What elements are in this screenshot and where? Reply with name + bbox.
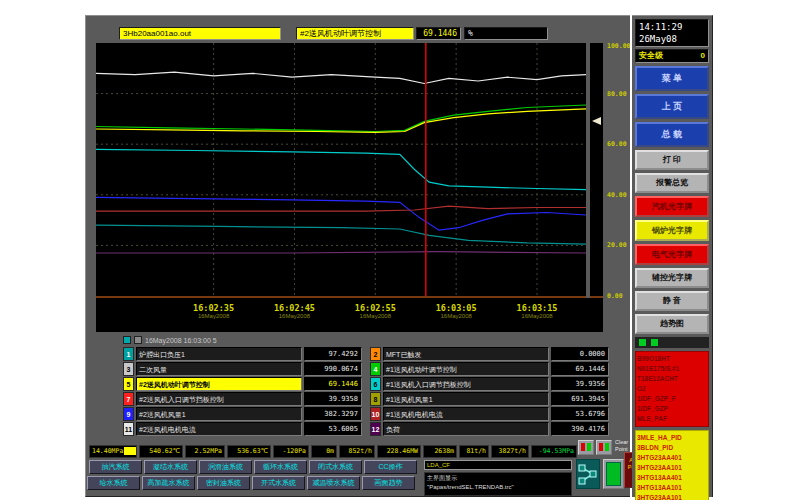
legend-pen-number: 8 bbox=[370, 392, 381, 406]
x-axis-tick: 16:03:0516May2008 bbox=[436, 303, 477, 319]
alarm-tag[interactable]: T18E12ACHT bbox=[637, 374, 707, 384]
alarm-tag[interactable]: 3MLE_HA_PID bbox=[637, 433, 707, 443]
legend-point-label: #2送风机入口调节挡板控制 bbox=[136, 392, 302, 406]
alarm-tag[interactable]: N01E175/S.#1 bbox=[637, 364, 707, 374]
x-tick-date: 16May2008 bbox=[193, 313, 234, 319]
legend-row[interactable]: 11#2送风机电机电流53.6005 bbox=[123, 422, 362, 436]
sidebar-button-3[interactable]: 总 貌 bbox=[635, 122, 709, 147]
trend-line-2 bbox=[96, 105, 586, 132]
message-line-1: 主界面显示 bbox=[427, 474, 569, 483]
legend-point-value: 69.1446 bbox=[304, 377, 362, 391]
sidebar-button-4[interactable]: 打 印 bbox=[635, 150, 709, 170]
status-value-field: 852t/h bbox=[339, 445, 375, 458]
mini-tool-icon-2[interactable] bbox=[651, 339, 658, 346]
legend-row[interactable]: 2MFT已触发0.0000 bbox=[370, 347, 609, 361]
legend-row[interactable]: 7#2送风机入口调节挡板控制39.9358 bbox=[123, 392, 362, 406]
legend-row[interactable]: 10#1送风机电机电流53.6796 bbox=[370, 407, 609, 421]
sidebar-button-11[interactable]: 趋势图 bbox=[635, 314, 709, 334]
nav-button-r1-3[interactable]: 润滑油系统 bbox=[199, 460, 252, 474]
security-label: 安全级 bbox=[639, 50, 663, 62]
alarm-tag[interactable]: 1IDF_GZP_F bbox=[637, 394, 707, 404]
nav-button-r1-6[interactable]: CC操作 bbox=[364, 460, 417, 474]
legend-row[interactable]: 5#2送风机动叶调节控制69.1446 bbox=[123, 377, 362, 391]
sidebar-button-10[interactable]: 静 音 bbox=[635, 291, 709, 311]
display-icon[interactable] bbox=[603, 459, 624, 489]
legend-point-value: 97.4292 bbox=[304, 347, 362, 361]
alarm-tag[interactable]: 3BLDN_PID bbox=[637, 443, 707, 453]
nav-button-r2-3[interactable]: 密封油系统 bbox=[197, 476, 250, 490]
y-axis-label: 0.00 bbox=[607, 292, 623, 300]
alarm-tag[interactable]: 3HTG13AA101 bbox=[637, 483, 707, 493]
point-description-field[interactable]: #2送风机动叶调节控制 bbox=[296, 27, 414, 40]
y-axis-label: 20.00 bbox=[607, 241, 627, 249]
legend-pen-number: 3 bbox=[123, 362, 134, 376]
trend-chart[interactable] bbox=[96, 43, 586, 298]
nav-button-r2-2[interactable]: 高加疏水系统 bbox=[142, 476, 195, 490]
x-axis-tick: 16:02:3516May2008 bbox=[193, 303, 234, 319]
alarm-tag[interactable]: 3HTG23AA101 bbox=[637, 493, 707, 500]
legend-row[interactable]: 6#1送风机入口调节挡板控制39.9356 bbox=[370, 377, 609, 391]
nav-button-r2-1[interactable]: 给水系统 bbox=[87, 476, 140, 490]
alarm-tag[interactable]: MLE_PAF bbox=[637, 414, 707, 424]
x-tick-time: 16:02:45 bbox=[274, 303, 315, 313]
x-tick-date: 16May2008 bbox=[355, 313, 396, 319]
nav-button-r1-5[interactable]: 闭式水系统 bbox=[309, 460, 362, 474]
legend-cursor-icon[interactable] bbox=[123, 336, 131, 344]
legend-tool-icon[interactable] bbox=[134, 336, 142, 344]
trend-plot[interactable] bbox=[96, 43, 586, 296]
alarm-tag[interactable]: 1IDF_GZP bbox=[637, 404, 707, 414]
x-tick-time: 16:03:15 bbox=[517, 303, 558, 313]
x-axis-ticks: 16:02:3516May200816:02:4516May200816:02:… bbox=[96, 298, 586, 332]
nav-button-r1-2[interactable]: 凝结水系统 bbox=[144, 460, 197, 474]
alarm-tag[interactable]: 3HTG13AA401 bbox=[637, 473, 707, 483]
sidebar-button-9[interactable]: 辅控光字牌 bbox=[635, 268, 709, 288]
legend-row[interactable]: 12负荷390.4176 bbox=[370, 422, 609, 436]
status-value-field: 0m bbox=[311, 445, 337, 458]
sidebar-button-7[interactable]: 锅炉光字牌 bbox=[635, 220, 709, 241]
trend-window: 3Hb20aa001ao.out #2送风机动叶调节控制 69.1446 % 1… bbox=[85, 15, 630, 497]
point-toggle-2[interactable] bbox=[596, 440, 612, 455]
legend-row[interactable]: 3二次风量990.0674 bbox=[123, 362, 362, 376]
nav-button-r1-1[interactable]: 抽汽系统 bbox=[89, 460, 142, 474]
alarm-tag[interactable]: O2 bbox=[637, 384, 707, 394]
x-tick-time: 16:02:35 bbox=[193, 303, 234, 313]
trend-line-7 bbox=[96, 206, 586, 211]
legend-row[interactable]: 9#2送风机风量1382.3297 bbox=[123, 407, 362, 421]
sidebar-button-8[interactable]: 电气光字牌 bbox=[635, 244, 709, 265]
x-tick-date: 16May2008 bbox=[517, 313, 558, 319]
status-value-field: 2.52MPa bbox=[185, 445, 225, 458]
nav-button-r2-4[interactable]: 开式水系统 bbox=[252, 476, 305, 490]
sidebar: 14:11:29 26May08 安全级 0 菜 单上 页总 貌打 印报警总览汽… bbox=[632, 15, 713, 497]
alarm-tag[interactable]: 3HTG23AA101 bbox=[637, 463, 707, 473]
network-icon[interactable] bbox=[576, 459, 600, 489]
alarm-tag[interactable]: 3HTG23AA401 bbox=[637, 453, 707, 463]
legend-left-column: 1炉膛出口负压197.42923二次风量990.06745#2送风机动叶调节控制… bbox=[123, 347, 362, 437]
legend-row[interactable]: 8#1送风机风量1691.3945 bbox=[370, 392, 609, 406]
legend-pen-number: 7 bbox=[123, 392, 134, 406]
clock-time: 14:11:29 bbox=[639, 21, 705, 33]
y-axis-label: 80.00 bbox=[607, 90, 627, 98]
sidebar-button-1[interactable]: 菜 单 bbox=[635, 66, 709, 91]
x-tick-time: 16:02:55 bbox=[355, 303, 396, 313]
point-toggle-1[interactable] bbox=[578, 440, 594, 455]
x-axis-tick: 16:02:5516May2008 bbox=[355, 303, 396, 319]
legend-row[interactable]: 4#1送风机动叶调节控制69.1446 bbox=[370, 362, 609, 376]
legend-point-value: 382.3297 bbox=[304, 407, 362, 421]
y-axis-label: 60.00 bbox=[607, 140, 627, 148]
sidebar-button-6[interactable]: 汽机光字牌 bbox=[635, 196, 709, 217]
mini-tool-icon-1[interactable] bbox=[639, 339, 646, 346]
nav-button-r2-5[interactable]: 减温喷水系统 bbox=[307, 476, 360, 490]
sidebar-button-2[interactable]: 上 页 bbox=[635, 94, 709, 119]
y-axis-label: 40.00 bbox=[607, 191, 627, 199]
nav-button-r2-6[interactable]: 画面趋势 bbox=[362, 476, 415, 490]
value-scale-bar bbox=[590, 43, 603, 298]
legend-row[interactable]: 1炉膛出口负压197.4292 bbox=[123, 347, 362, 361]
point-tag-field[interactable]: 3Hb20aa001ao.out bbox=[119, 27, 281, 40]
nav-button-r1-4[interactable]: 循环水系统 bbox=[254, 460, 307, 474]
legend-point-label: 二次风量 bbox=[136, 362, 302, 376]
alarm-tag[interactable]: B99O18HT bbox=[637, 354, 707, 364]
value-marker-triangle[interactable] bbox=[592, 117, 601, 125]
info-tag-field[interactable]: LDA_CF bbox=[424, 460, 572, 470]
sidebar-button-5[interactable]: 报警总览 bbox=[635, 173, 709, 193]
legend-pen-number: 11 bbox=[123, 422, 134, 436]
